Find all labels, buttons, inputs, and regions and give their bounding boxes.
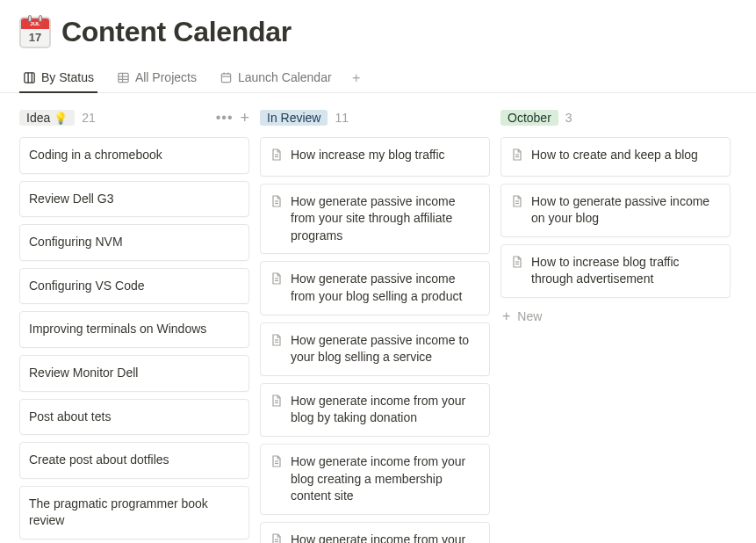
table-icon [117, 71, 130, 84]
card[interactable]: How generate income from your blog by ta… [260, 383, 490, 437]
column-cards: How increase my blog trafficHow generate… [260, 137, 490, 543]
card-title: How generate passive income from your si… [291, 193, 480, 245]
card-title: Coding in a chromebook [29, 147, 162, 164]
column-october: October 3 How to create and keep a blogH… [500, 105, 731, 543]
page-icon [510, 255, 524, 274]
page-icon [270, 394, 284, 413]
card-title: The pragmatic programmer book review [29, 496, 240, 530]
new-card-button[interactable]: + New [500, 305, 731, 328]
page-icon [270, 454, 284, 474]
page-icon [510, 194, 524, 214]
card-title: Configuring VS Code [29, 278, 145, 295]
card-title: How generate income from your blog creat… [291, 453, 480, 505]
page-title: Content Calendar [61, 16, 292, 48]
column-header: Idea 💡 21 ••• + [19, 105, 249, 130]
page-header: 17 Content Calendar [19, 16, 737, 48]
board-icon [23, 71, 36, 84]
column-in-review: In Review 11 How increase my blog traffi… [260, 105, 490, 543]
column-label-text: Idea [26, 111, 50, 125]
card-title: How increase my blog traffic [291, 147, 445, 164]
board: Idea 💡 21 ••• + Coding in a chromebookRe… [19, 105, 737, 543]
column-header: October 3 [500, 105, 731, 130]
column-add-card-button[interactable]: + [240, 110, 249, 126]
card-title: How to create and keep a blog [531, 147, 698, 164]
card[interactable]: Improving terminals on Windows [19, 311, 249, 348]
card[interactable]: How to generate passive income on your b… [500, 184, 731, 237]
column-label-text: October [508, 111, 551, 125]
page-icon [270, 532, 284, 543]
card-title: Post about tets [29, 409, 111, 426]
column-label-in-review[interactable]: In Review [260, 110, 328, 126]
card[interactable]: How generate income from your blog creat… [260, 444, 490, 515]
column-count: 11 [335, 111, 349, 125]
svg-rect-7 [221, 73, 230, 82]
card-title: How generate passive income from your bl… [291, 271, 480, 305]
tab-all-projects[interactable]: All Projects [113, 65, 200, 93]
plus-icon: + [502, 308, 510, 324]
svg-rect-0 [25, 72, 34, 82]
card[interactable]: Coding in a chromebook [19, 137, 249, 174]
column-cards: Coding in a chromebookReview Dell G3Conf… [19, 137, 249, 543]
card[interactable]: How to create and keep a blog [500, 137, 731, 177]
card[interactable]: The pragmatic programmer book review [19, 486, 249, 539]
column-header: In Review 11 [260, 105, 490, 130]
page-icon [270, 272, 284, 291]
card[interactable]: How generate passive income from your bl… [260, 261, 490, 315]
column-menu-button[interactable]: ••• [216, 111, 234, 125]
column-count: 21 [82, 111, 96, 125]
view-tabs: By Status All Projects Launch Calendar + [0, 64, 756, 93]
page-icon [510, 148, 524, 167]
tab-label: All Projects [135, 70, 197, 84]
card[interactable]: How generate passive income from your si… [260, 184, 490, 255]
card[interactable]: Create post about dotfiles [19, 442, 249, 479]
card[interactable]: How generate income from your blog selli… [260, 522, 490, 543]
card-title: How generate income from your blog by ta… [291, 393, 480, 427]
card-title: Create post about dotfiles [29, 452, 169, 469]
page-icon [270, 194, 284, 214]
card[interactable]: How increase my blog traffic [260, 137, 490, 177]
tab-by-status[interactable]: By Status [19, 65, 97, 93]
card-title: Configuring NVM [29, 234, 123, 251]
card-title: How to increase blog traffic through adv… [531, 254, 721, 288]
card-title: How generate income from your blog selli… [291, 532, 480, 543]
card[interactable]: Review Dell G3 [19, 181, 249, 218]
page-calendar-icon: 17 [19, 17, 51, 48]
page-icon [270, 148, 284, 167]
lightbulb-icon: 💡 [54, 112, 68, 125]
column-label-idea[interactable]: Idea 💡 [19, 110, 75, 126]
card-title: How to generate passive income on your b… [531, 193, 721, 228]
card-title: Review Dell G3 [29, 191, 113, 208]
card[interactable]: How to increase blog traffic through adv… [500, 244, 731, 298]
card[interactable]: Post about tets [19, 399, 249, 436]
card[interactable]: Configuring NVM [19, 224, 249, 261]
tab-label: By Status [41, 70, 94, 84]
column-count: 3 [565, 111, 572, 125]
calendar-icon [220, 71, 233, 84]
tab-launch-calendar[interactable]: Launch Calendar [216, 65, 335, 93]
tab-label: Launch Calendar [238, 70, 332, 84]
svg-rect-3 [119, 73, 128, 82]
card-title: Review Monitor Dell [29, 365, 138, 382]
page-icon [270, 333, 284, 352]
add-view-button[interactable]: + [348, 69, 365, 87]
card[interactable]: Configuring VS Code [19, 268, 249, 305]
card[interactable]: Review Monitor Dell [19, 355, 249, 392]
new-card-label: New [517, 309, 542, 323]
card-title: Improving terminals on Windows [29, 321, 206, 338]
column-idea: Idea 💡 21 ••• + Coding in a chromebookRe… [19, 105, 249, 543]
card-title: How generate passive income to your blog… [291, 332, 480, 366]
column-cards: How to create and keep a blogHow to gene… [500, 137, 731, 298]
card[interactable]: How generate passive income to your blog… [260, 322, 490, 376]
column-label-october[interactable]: October [500, 110, 558, 126]
column-label-text: In Review [267, 111, 320, 125]
